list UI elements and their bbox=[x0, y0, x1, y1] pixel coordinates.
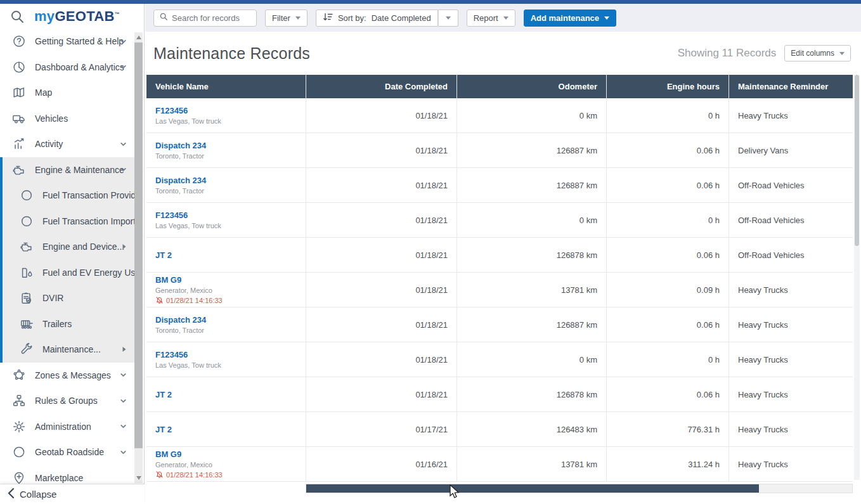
maintenance-overdue-alert: 01/28/21 14:16:33 bbox=[155, 296, 297, 304]
search-icon[interactable] bbox=[10, 9, 25, 24]
sidebar-item-getting-started-help[interactable]: Getting Started & Help bbox=[0, 29, 135, 55]
table-row[interactable]: JT 201/18/21126878 km0.06 hHeavy Trucks bbox=[146, 377, 853, 412]
sidebar-item-engine-maintenance[interactable]: Engine & Maintenance bbox=[0, 157, 135, 183]
sort-icon bbox=[323, 13, 333, 23]
edit-columns-button[interactable]: Edit columns bbox=[784, 45, 851, 61]
vehicle-name-link[interactable]: JT 2 bbox=[155, 425, 297, 434]
sidebar-item-label: Map bbox=[35, 87, 52, 98]
collapse-button[interactable]: Collapse bbox=[0, 484, 145, 504]
column-header-maintenance-reminder[interactable]: Maintenance Reminder bbox=[729, 75, 853, 98]
sidebar-item-trailers[interactable]: Trailers bbox=[0, 311, 135, 337]
table-row[interactable]: JT 201/17/21126483 km776.31 hHeavy Truck… bbox=[146, 412, 853, 447]
cell-date-completed: 01/18/21 bbox=[306, 203, 457, 237]
column-header-engine-hours[interactable]: Engine hours bbox=[607, 75, 729, 98]
vehicle-name-link[interactable]: JT 2 bbox=[155, 250, 297, 260]
table-horizontal-scrollbar[interactable] bbox=[306, 484, 853, 493]
vehicle-name-link[interactable]: BM G9 bbox=[155, 449, 297, 459]
cell-vehicle-name: BM G9Generator, Mexico01/28/21 14:16:33 bbox=[146, 273, 306, 307]
vehicle-name-link[interactable]: BM G9 bbox=[155, 275, 297, 285]
cell-engine-hours: 776.31 h bbox=[607, 412, 729, 446]
table-row[interactable]: Dispatch 234Toronto, Tractor01/18/211268… bbox=[146, 168, 853, 203]
sidebar-item-geotab-roadside[interactable]: Geotab Roadside bbox=[0, 439, 135, 465]
scrollbar-down-arrow[interactable] bbox=[136, 476, 141, 480]
report-button[interactable]: Report bbox=[467, 10, 515, 27]
table-vertical-scrollbar[interactable] bbox=[854, 75, 860, 480]
column-header-odometer[interactable]: Odometer bbox=[457, 75, 607, 98]
sidebar-item-engine-and-device[interactable]: Engine and Device... bbox=[0, 234, 135, 260]
sidebar-scrollbar-thumb[interactable] bbox=[134, 42, 143, 448]
sidebar-item-administration[interactable]: Administration bbox=[0, 414, 135, 440]
sidebar-item-zones-messages[interactable]: Zones & Messages bbox=[0, 363, 135, 389]
search-icon bbox=[159, 12, 168, 23]
admin-icon bbox=[11, 419, 27, 434]
sidebar-item-marketplace[interactable]: Marketplace bbox=[0, 465, 135, 484]
sort-button[interactable]: Sort by: Date Completed bbox=[316, 10, 438, 27]
sidebar-item-maintenance[interactable]: Maintenance... bbox=[0, 337, 135, 363]
vehicle-subtitle: Generator, Mexico bbox=[155, 461, 297, 468]
sidebar-item-dashboard-analytics[interactable]: Dashboard & Analytics bbox=[0, 55, 135, 81]
table-row[interactable]: F123456Las Vegas, Tow truck01/18/210 km0… bbox=[146, 203, 853, 238]
sidebar-item-dvir[interactable]: DVIR bbox=[0, 285, 135, 311]
cell-date-completed: 01/18/21 bbox=[306, 238, 457, 272]
cell-date-completed: 01/18/21 bbox=[306, 342, 457, 377]
maintenance-icon bbox=[19, 342, 34, 357]
vehicle-name-link[interactable]: F123456 bbox=[155, 210, 297, 220]
caret-down-icon bbox=[295, 16, 301, 20]
table-row[interactable]: JT 201/18/21126878 km0.06 hOff-Road Vehi… bbox=[146, 238, 853, 273]
sidebar: myGEOTAB™ Getting Started & HelpDashboar… bbox=[0, 4, 145, 504]
table-row[interactable]: F123456Las Vegas, Tow truck01/18/210 km0… bbox=[146, 342, 853, 377]
cell-odometer: 0 km bbox=[457, 342, 607, 377]
sidebar-scrollbar[interactable] bbox=[134, 32, 143, 483]
table-row[interactable]: F123456Las Vegas, Tow truck01/18/210 km0… bbox=[146, 98, 853, 133]
scrollbar-up-arrow[interactable] bbox=[136, 36, 141, 39]
cell-engine-hours: 0 h bbox=[607, 203, 729, 237]
search-input[interactable] bbox=[172, 13, 251, 23]
vehicle-subtitle: Toronto, Tractor bbox=[155, 326, 297, 334]
rules-icon bbox=[11, 393, 27, 408]
sidebar-item-vehicles[interactable]: Vehicles bbox=[0, 106, 135, 132]
vehicle-name-link[interactable]: F123456 bbox=[155, 106, 297, 115]
sidebar-item-fuel-transaction-import[interactable]: Fuel Transaction Import bbox=[0, 209, 135, 235]
table-row[interactable]: Dispatch 234Toronto, Tractor01/18/211268… bbox=[146, 307, 853, 342]
vehicle-name-link[interactable]: Dispatch 234 bbox=[155, 141, 297, 150]
vehicle-name-link[interactable]: Dispatch 234 bbox=[155, 315, 297, 325]
sidebar-item-map[interactable]: Map bbox=[0, 80, 135, 106]
caret-down-icon bbox=[503, 16, 508, 20]
add-maintenance-button[interactable]: Add maintenance bbox=[524, 10, 616, 27]
vertical-scrollbar-thumb[interactable] bbox=[855, 75, 859, 246]
record-count: Showing 11 Records bbox=[678, 47, 777, 60]
column-header-date-completed[interactable]: Date Completed bbox=[306, 75, 457, 98]
cell-date-completed: 01/18/21 bbox=[306, 273, 457, 307]
sidebar-item-activity[interactable]: Activity bbox=[0, 131, 135, 157]
horizontal-scrollbar-thumb[interactable] bbox=[306, 484, 759, 493]
sidebar-header: myGEOTAB™ bbox=[0, 4, 144, 29]
sidebar-item-fuel-transaction-provider[interactable]: Fuel Transaction Provider bbox=[0, 183, 135, 209]
cell-vehicle-name: Dispatch 234Toronto, Tractor bbox=[146, 168, 306, 202]
sidebar-item-label: Zones & Messages bbox=[35, 370, 111, 380]
cell-odometer: 0 km bbox=[457, 98, 607, 132]
sidebar-item-label: Trailers bbox=[42, 319, 72, 329]
filter-button[interactable]: Filter bbox=[265, 10, 308, 27]
help-icon bbox=[11, 34, 27, 49]
column-header-vehicle-name[interactable]: Vehicle Name bbox=[146, 75, 306, 98]
sidebar-item-rules-groups[interactable]: Rules & Groups bbox=[0, 388, 135, 414]
vehicle-name-link[interactable]: F123456 bbox=[155, 350, 297, 359]
cell-vehicle-name: F123456Las Vegas, Tow truck bbox=[146, 342, 306, 377]
engine-icon bbox=[19, 239, 34, 254]
cell-date-completed: 01/18/21 bbox=[306, 133, 457, 167]
table-row[interactable]: BM G9Generator, Mexico01/28/21 14:16:330… bbox=[146, 273, 853, 307]
sort-caret-button[interactable] bbox=[438, 10, 458, 27]
chevron-right-icon bbox=[122, 346, 127, 352]
chevron-down-icon bbox=[120, 166, 127, 173]
table-row[interactable]: Dispatch 234Toronto, Tractor01/18/211268… bbox=[146, 133, 853, 168]
vehicle-name-link[interactable]: Dispatch 234 bbox=[155, 176, 297, 185]
vehicle-name-link[interactable]: JT 2 bbox=[155, 390, 297, 399]
sidebar-item-fuel-and-ev-energy-usage[interactable]: Fuel and EV Energy Usage bbox=[0, 260, 135, 286]
logo-prefix: my bbox=[34, 8, 55, 24]
table-header-row: Vehicle NameDate CompletedOdometerEngine… bbox=[146, 75, 853, 98]
sidebar-nav: Getting Started & HelpDashboard & Analyt… bbox=[0, 29, 135, 484]
cell-odometer: 0 km bbox=[457, 203, 607, 237]
cell-maintenance-reminder: Off-Road Vehicles bbox=[729, 168, 853, 202]
table-row[interactable]: BM G9Generator, Mexico01/28/21 14:16:330… bbox=[146, 447, 853, 482]
sidebar-item-label: Marketplace bbox=[35, 473, 83, 483]
